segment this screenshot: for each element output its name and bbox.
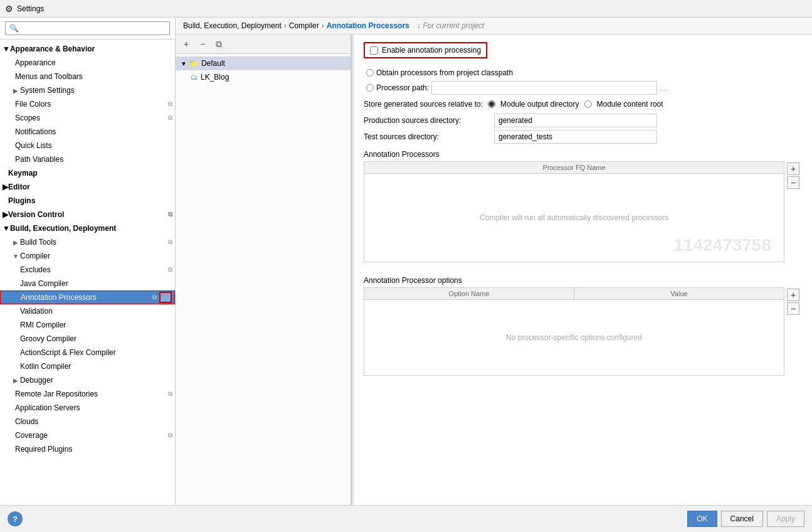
sidebar-item-debugger[interactable]: ▶ Debugger — [0, 373, 175, 387]
option-name-header: Option Name — [364, 288, 574, 299]
sidebar-item-scopes[interactable]: Scopes ⧉ — [0, 111, 175, 125]
window-title: Settings — [17, 4, 44, 13]
copy-icon: ⧉ — [152, 294, 157, 301]
sidebar-item-rmi-compiler[interactable]: RMI Compiler — [0, 318, 175, 332]
item-label: Validation — [20, 307, 53, 316]
sidebar-item-groovy-compiler[interactable]: Groovy Compiler — [0, 332, 175, 346]
sidebar-item-version-control[interactable]: ▶ Version Control ⧉ — [0, 208, 175, 221]
sidebar-item-compiler[interactable]: ▼ Compiler — [0, 249, 175, 263]
module-label: LK_Blog — [201, 73, 229, 82]
sidebar-item-plugins[interactable]: ▶ Plugins — [0, 194, 175, 208]
add-option-button[interactable]: + — [787, 289, 799, 301]
table-header: Processor FQ Name — [364, 162, 784, 174]
annotation-settings: Enable annotation processing Obtain proc… — [354, 35, 812, 505]
ok-button[interactable]: OK — [687, 511, 717, 527]
annotation-processors-empty-msg: Compiler will run all automatically disc… — [480, 213, 668, 222]
obtain-processors-option[interactable]: Obtain processors from project classpath — [366, 68, 513, 77]
sidebar-item-kotlin-compiler[interactable]: Kotlin Compiler — [0, 359, 175, 373]
module-item-default[interactable]: ▼ 📁 Default — [176, 56, 351, 70]
sidebar-item-notifications[interactable]: Notifications — [0, 125, 175, 139]
help-button[interactable]: ? — [8, 511, 23, 526]
expand-icon: ▶ — [11, 87, 20, 94]
sidebar-item-clouds[interactable]: Clouds — [0, 415, 175, 428]
module-list: ▼ 📁 Default 🗂 LK_Blog — [176, 54, 351, 87]
module-panel-toolbar: + − ⧉ — [176, 35, 351, 54]
cancel-button[interactable]: Cancel — [721, 511, 763, 527]
sidebar-item-java-compiler[interactable]: Java Compiler — [0, 277, 175, 290]
module-output-radio[interactable] — [488, 100, 495, 108]
watermark: 1142473758 — [673, 235, 771, 255]
apply-button[interactable]: Apply — [767, 511, 804, 527]
sidebar-item-menus-toolbars[interactable]: Menus and Toolbars — [0, 70, 175, 83]
store-sources-row: Store generated sources relative to: Mod… — [364, 100, 802, 109]
section-label: Plugins — [8, 196, 35, 205]
expand-icon: ▶ — [11, 239, 20, 246]
module-label: Default — [201, 59, 225, 68]
copy-icon: ⧉ — [168, 390, 172, 398]
sidebar-item-appearance-behavior[interactable]: ▼ Appearance & Behavior — [0, 42, 175, 56]
section-label: Keymap — [8, 169, 38, 178]
module-output-option[interactable]: Module output directory — [488, 100, 579, 109]
sidebar-item-system-settings[interactable]: ▶ System Settings — [0, 83, 175, 97]
file-icon: 🗂 — [191, 73, 198, 82]
obtain-radio-button[interactable] — [366, 69, 374, 77]
add-module-button[interactable]: + — [179, 37, 193, 51]
annotation-processors-section: Annotation Processors Processor FQ Name … — [364, 150, 802, 270]
sidebar-item-required-plugins[interactable]: Required Plugins — [0, 442, 175, 456]
item-label: Annotation Processors — [21, 293, 97, 302]
copy-module-button[interactable]: ⧉ — [212, 37, 226, 51]
sidebar-item-build-execution-deployment[interactable]: ▼ Build, Execution, Deployment — [0, 221, 175, 235]
production-sources-input[interactable] — [494, 114, 657, 127]
processor-path-radio-button[interactable] — [366, 84, 374, 92]
sidebar-item-keymap[interactable]: ▶ Keymap — [0, 166, 175, 180]
enable-annotation-section: Enable annotation processing — [364, 42, 487, 58]
expand-icon: ▼ — [3, 45, 10, 53]
add-processor-button[interactable]: + — [787, 162, 799, 175]
sidebar-item-file-colors[interactable]: File Colors ⧉ — [0, 97, 175, 111]
breadcrumb-sep-1: › — [284, 21, 287, 30]
option-value-header: Value — [574, 288, 784, 299]
module-item-lk-blog[interactable]: 🗂 LK_Blog — [176, 70, 351, 84]
copy-icon: ⧉ — [168, 100, 172, 108]
sidebar-tree: ▼ Appearance & Behavior Appearance Menus… — [0, 40, 175, 505]
sidebar-item-build-tools[interactable]: ▶ Build Tools ⧉ — [0, 235, 175, 249]
sidebar-item-editor[interactable]: ▶ Editor — [0, 180, 175, 194]
enable-annotation-checkbox[interactable] — [370, 46, 378, 55]
item-label: ActionScript & Flex Compiler — [20, 348, 116, 357]
module-content-option[interactable]: Module content root — [584, 100, 663, 109]
sidebar-item-excludes[interactable]: Excludes ⧉ — [0, 263, 175, 277]
right-panel: Build, Execution, Deployment › Compiler … — [176, 18, 812, 505]
remove-module-button[interactable]: − — [196, 37, 209, 51]
sidebar-item-annotation-processors[interactable]: Annotation Processors ⧉ — [0, 290, 175, 304]
remove-processor-button[interactable]: − — [787, 176, 799, 189]
search-input[interactable] — [5, 21, 170, 35]
processor-path-option[interactable]: Processor path: … — [366, 81, 668, 95]
sidebar-item-coverage[interactable]: Coverage ⧉ — [0, 428, 175, 442]
item-label: Build Tools — [20, 238, 56, 247]
sidebar-item-remote-jar[interactable]: Remote Jar Repositories ⧉ — [0, 387, 175, 401]
module-output-label: Module output directory — [500, 100, 579, 109]
processor-path-input[interactable] — [431, 81, 657, 95]
sidebar-item-validation[interactable]: Validation — [0, 304, 175, 318]
breadcrumb-current: Annotation Processors — [327, 21, 409, 30]
sidebar-item-actionscript-flex[interactable]: ActionScript & Flex Compiler — [0, 346, 175, 359]
expand-icon: ▼ — [11, 253, 20, 260]
item-label: Coverage — [15, 431, 48, 440]
browse-icon[interactable]: … — [660, 83, 668, 93]
processor-fq-name-header: Processor FQ Name — [364, 162, 784, 173]
section-label: Build, Execution, Deployment — [10, 224, 116, 233]
sidebar-item-app-servers[interactable]: Application Servers — [0, 401, 175, 415]
test-sources-input[interactable] — [494, 130, 657, 144]
production-sources-label: Production sources directory: — [364, 116, 489, 125]
module-content-radio[interactable] — [584, 100, 592, 108]
item-label: Appearance — [15, 58, 56, 67]
sidebar-item-quick-lists[interactable]: Quick Lists — [0, 139, 175, 152]
item-label: System Settings — [20, 86, 75, 95]
remove-option-button[interactable]: − — [787, 302, 799, 315]
main-content: ▼ Appearance & Behavior Appearance Menus… — [0, 18, 812, 505]
expand-arrow-icon: ▼ — [181, 60, 187, 67]
bottom-bar: ? OK Cancel Apply — [0, 505, 812, 532]
item-label: Excludes — [20, 265, 51, 274]
sidebar-item-path-variables[interactable]: Path Variables — [0, 152, 175, 166]
sidebar-item-appearance[interactable]: Appearance — [0, 56, 175, 70]
